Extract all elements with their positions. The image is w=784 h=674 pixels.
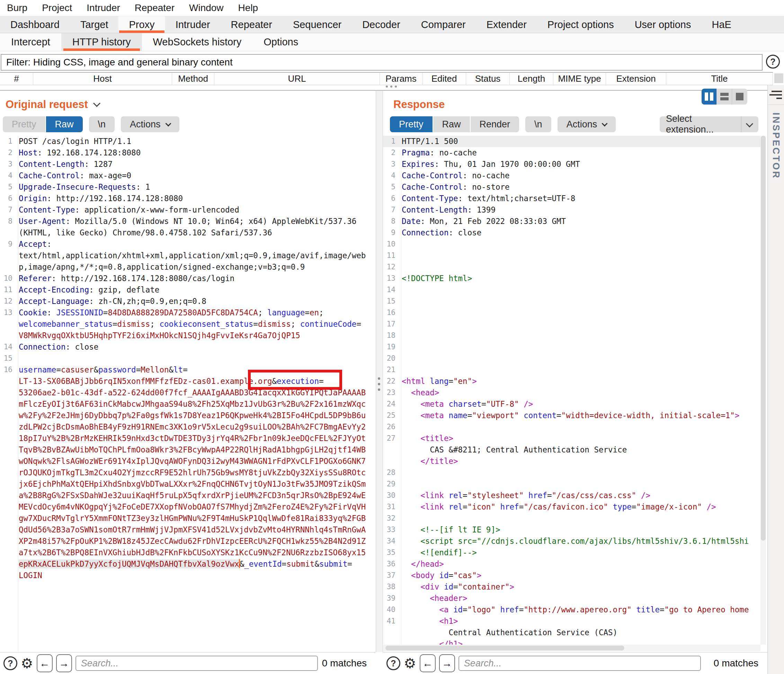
filter-bar[interactable]: Filter: Hiding CSS, image and general bi… <box>1 54 762 71</box>
column-header-title[interactable]: Title <box>666 73 773 85</box>
tab-comparer[interactable]: Comparer <box>411 16 476 33</box>
response-editor[interactable]: 1HTTP/1.1 5002Pragma: no-cache3Expires: … <box>383 136 761 644</box>
code-row: 11 <box>383 250 761 261</box>
response-title: Response <box>394 98 445 111</box>
response-search-input[interactable] <box>459 655 701 671</box>
view-single-button[interactable] <box>732 89 747 104</box>
code-row: XP2m48i57%2FpOuKP1%2BW18z45JZecCAwdu62Fr… <box>0 536 376 547</box>
code-row: 18 <box>383 330 761 341</box>
menu-item-intruder[interactable]: Intruder <box>84 2 122 14</box>
column-header--[interactable]: # <box>0 73 33 85</box>
code-row: 34 <script src="//cdnjs.cloudflare.com/a… <box>383 536 761 547</box>
menu-item-project[interactable]: Project <box>40 2 74 14</box>
inspector-sidebar[interactable]: INSPECTOR <box>767 85 784 674</box>
search-next-button[interactable]: → <box>439 654 455 672</box>
code-row: 22<html lang="en"> <box>383 376 761 387</box>
column-header-method[interactable]: Method <box>172 73 215 85</box>
request-title[interactable]: Original request <box>6 98 100 111</box>
code-row: 27 <title> <box>383 433 761 444</box>
code-row: 13Cookie: JSESSIONID=84D8DA888289DA72580… <box>0 307 376 318</box>
code-row: a7tx%2B6T%2BPQ8EInVXGhiubHJdB%2FKnFkbCUS… <box>0 547 376 558</box>
gear-icon[interactable]: ⚙ <box>404 656 416 670</box>
column-header-edited[interactable]: Edited <box>423 73 466 85</box>
request-newline-button[interactable]: \n <box>89 116 115 132</box>
code-row: 4Cache-Control: max-age=0 <box>0 170 376 182</box>
code-row: 19 <box>383 341 761 353</box>
code-row: 21 <box>383 364 761 376</box>
subtab-http-history[interactable]: HTTP history <box>61 33 142 51</box>
code-row: 33 <!--[if lt IE 9]> <box>383 524 761 536</box>
tab-repeater[interactable]: Repeater <box>221 16 283 33</box>
menu-item-burp[interactable]: Burp <box>5 2 30 14</box>
tab-proxy[interactable]: Proxy <box>118 16 165 33</box>
subtab-options[interactable]: Options <box>252 33 309 51</box>
response-select-extension-button[interactable]: Select extension... <box>660 116 758 132</box>
request-pretty-button[interactable]: Pretty <box>3 116 45 132</box>
view-side-by-side-button[interactable] <box>702 89 717 104</box>
request-search-input[interactable] <box>76 655 318 671</box>
help-icon[interactable]: ? <box>766 55 780 68</box>
tab-dashboard[interactable]: Dashboard <box>0 16 70 33</box>
column-header-extension[interactable]: Extension <box>606 73 666 85</box>
gear-icon[interactable]: ⚙ <box>21 656 33 670</box>
chevron-down-icon <box>165 121 171 127</box>
code-row: welcomebanner_status=dismiss; cookiecons… <box>0 318 376 330</box>
code-row: 6Content-Type: text/html;charset=UTF-8 <box>383 193 761 204</box>
response-actions-button[interactable]: Actions <box>557 116 616 132</box>
tab-user-options[interactable]: User options <box>624 16 702 33</box>
code-row: LOGIN <box>0 570 376 581</box>
column-header-status[interactable]: Status <box>466 73 510 85</box>
tab-decoder[interactable]: Decoder <box>352 16 411 33</box>
tab-hae[interactable]: HaE <box>701 16 741 33</box>
code-row: 18pI7uY%2B%2BrMzKEHRIk59nHxd3ctDwTDE3TDy… <box>0 433 376 444</box>
help-icon[interactable]: ? <box>386 656 400 670</box>
code-row: 8User-Agent: Mozilla/5.0 (Windows NT 10.… <box>0 216 376 227</box>
tab-intruder[interactable]: Intruder <box>165 16 221 33</box>
search-next-button[interactable]: → <box>56 654 72 672</box>
tab-project-options[interactable]: Project options <box>537 16 624 33</box>
subtab-websockets-history[interactable]: WebSockets history <box>142 33 253 51</box>
view-stacked-button[interactable] <box>717 89 732 104</box>
code-row: 3Content-Length: 1287 <box>0 158 376 170</box>
column-header-params[interactable]: Params <box>380 73 423 85</box>
table-splitter-handle[interactable] <box>386 85 400 88</box>
response-hscrollbar[interactable] <box>383 644 761 652</box>
panel-divider[interactable] <box>376 91 383 652</box>
code-row: 14Connection: close <box>0 341 376 353</box>
request-editor[interactable]: 1POST /cas/login HTTP/1.12Host: 192.168.… <box>0 136 376 652</box>
code-row: TqvB%2BvBZAwUibMoTQChPLfmOoa8Wkr3%2FBcyW… <box>0 444 376 455</box>
response-raw-button[interactable]: Raw <box>433 116 470 132</box>
subtab-intercept[interactable]: Intercept <box>0 33 61 51</box>
code-row: 14 <box>383 284 761 296</box>
code-row: QdUd56%2B3a7oSWN1somOtR7rmHmWjjVJpmXFSV4… <box>0 524 376 536</box>
code-row: Central Authentication Service (CAS) <box>383 627 761 638</box>
column-header-length[interactable]: Length <box>510 73 553 85</box>
tab-extender[interactable]: Extender <box>476 16 537 33</box>
request-raw-button[interactable]: Raw <box>46 116 83 132</box>
request-actions-button[interactable]: Actions <box>121 116 179 132</box>
chevron-down-icon <box>746 120 753 127</box>
response-pretty-button[interactable]: Pretty <box>390 116 432 132</box>
code-row: 38 <div id="container"> <box>383 581 761 593</box>
response-newline-button[interactable]: \n <box>525 116 551 132</box>
menu-item-help[interactable]: Help <box>236 2 260 14</box>
column-header-host[interactable]: Host <box>33 73 172 85</box>
code-row: 31 <link rel="icon" href="/cas/favicon.i… <box>383 501 761 512</box>
code-row: 39 <header> <box>383 593 761 604</box>
menu-item-repeater[interactable]: Repeater <box>133 2 177 14</box>
menu-item-window[interactable]: Window <box>187 2 226 14</box>
code-row: 36 </head> <box>383 558 761 570</box>
column-header-mime-type[interactable]: MIME type <box>553 73 606 85</box>
search-prev-button[interactable]: ← <box>37 654 53 672</box>
code-row: mFlczEyOIj3t6AF63inCkMabcwJMhgaaS94u8%2F… <box>0 398 376 410</box>
response-vscrollbar[interactable] <box>761 136 766 644</box>
response-search-bar: ? ⚙ ← → 0 matches <box>383 652 767 674</box>
code-row: MEVcdOcy6m4vNKOgpqYj%2FoCeDE7XXopfNVobOA… <box>0 501 376 512</box>
response-render-button[interactable]: Render <box>471 116 520 132</box>
help-icon[interactable]: ? <box>3 656 17 670</box>
code-row: wONqwk%2FlsAGWozWEr691Y4xIplJQvqAWOFynDQ… <box>0 455 376 467</box>
search-prev-button[interactable]: ← <box>420 654 436 672</box>
column-header-url[interactable]: URL <box>215 73 380 85</box>
tab-target[interactable]: Target <box>70 16 119 33</box>
tab-sequencer[interactable]: Sequencer <box>283 16 352 33</box>
